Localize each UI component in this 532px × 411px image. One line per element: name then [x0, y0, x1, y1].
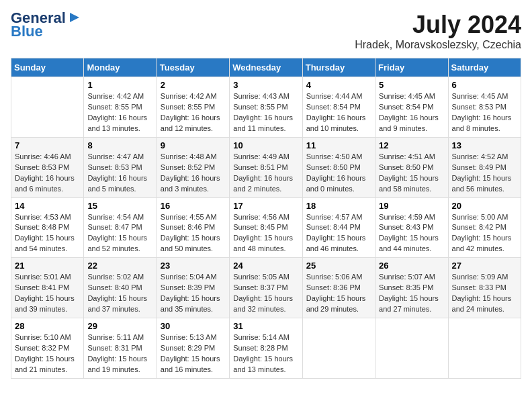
day-number: 18 [306, 201, 371, 211]
day-number: 15 [87, 201, 152, 211]
day-info: Sunrise: 5:09 AM Sunset: 8:33 PM Dayligh… [452, 272, 517, 315]
day-info: Sunrise: 4:51 AM Sunset: 8:50 PM Dayligh… [379, 152, 444, 195]
day-info: Sunrise: 5:14 AM Sunset: 8:28 PM Dayligh… [233, 332, 298, 375]
day-info: Sunrise: 5:06 AM Sunset: 8:36 PM Dayligh… [306, 272, 371, 315]
day-number: 19 [379, 201, 444, 211]
day-number: 3 [233, 80, 298, 90]
weekday-header-thursday: Thursday [302, 58, 375, 77]
calendar-cell: 14Sunrise: 4:53 AM Sunset: 8:48 PM Dayli… [11, 197, 84, 258]
day-number: 29 [87, 321, 152, 331]
day-info: Sunrise: 4:47 AM Sunset: 8:53 PM Dayligh… [87, 152, 152, 195]
day-info: Sunrise: 4:48 AM Sunset: 8:52 PM Dayligh… [161, 152, 226, 195]
day-info: Sunrise: 4:55 AM Sunset: 8:46 PM Dayligh… [161, 212, 226, 255]
day-info: Sunrise: 4:45 AM Sunset: 8:53 PM Dayligh… [452, 91, 517, 134]
day-number: 24 [233, 261, 298, 271]
calendar-cell: 22Sunrise: 5:02 AM Sunset: 8:40 PM Dayli… [84, 258, 157, 318]
weekday-header-tuesday: Tuesday [157, 58, 229, 77]
calendar-cell [11, 77, 84, 138]
calendar-cell: 29Sunrise: 5:11 AM Sunset: 8:31 PM Dayli… [84, 318, 157, 379]
day-number: 26 [379, 261, 444, 271]
day-number: 5 [379, 80, 444, 90]
day-info: Sunrise: 5:02 AM Sunset: 8:40 PM Dayligh… [87, 272, 152, 315]
day-info: Sunrise: 4:44 AM Sunset: 8:54 PM Dayligh… [306, 91, 371, 134]
day-number: 12 [379, 140, 444, 150]
calendar-week-row: 28Sunrise: 5:10 AM Sunset: 8:32 PM Dayli… [11, 318, 521, 379]
day-info: Sunrise: 4:42 AM Sunset: 8:55 PM Dayligh… [87, 91, 152, 134]
calendar-cell: 18Sunrise: 4:57 AM Sunset: 8:44 PM Dayli… [302, 197, 375, 258]
day-info: Sunrise: 4:54 AM Sunset: 8:47 PM Dayligh… [87, 212, 152, 255]
day-info: Sunrise: 4:43 AM Sunset: 8:55 PM Dayligh… [233, 91, 298, 134]
day-number: 8 [87, 140, 152, 150]
page-header: General Blue July 2024 Hradek, Moravskos… [11, 11, 521, 51]
calendar-cell: 24Sunrise: 5:05 AM Sunset: 8:37 PM Dayli… [230, 258, 302, 318]
calendar-cell [302, 318, 375, 379]
calendar-cell: 11Sunrise: 4:50 AM Sunset: 8:50 PM Dayli… [302, 137, 375, 197]
calendar-cell: 4Sunrise: 4:44 AM Sunset: 8:54 PM Daylig… [302, 77, 375, 138]
calendar-cell: 17Sunrise: 4:56 AM Sunset: 8:45 PM Dayli… [230, 197, 302, 258]
day-number: 7 [15, 140, 80, 150]
calendar-cell: 2Sunrise: 4:42 AM Sunset: 8:55 PM Daylig… [157, 77, 229, 138]
logo-blue: Blue [11, 24, 43, 39]
day-number: 17 [233, 201, 298, 211]
day-number: 22 [87, 261, 152, 271]
day-number: 1 [87, 80, 152, 90]
calendar-week-row: 1Sunrise: 4:42 AM Sunset: 8:55 PM Daylig… [11, 77, 521, 138]
calendar-body: 1Sunrise: 4:42 AM Sunset: 8:55 PM Daylig… [11, 77, 521, 379]
day-info: Sunrise: 4:50 AM Sunset: 8:50 PM Dayligh… [306, 152, 371, 195]
weekday-header-monday: Monday [84, 58, 157, 77]
calendar-cell: 31Sunrise: 5:14 AM Sunset: 8:28 PM Dayli… [230, 318, 302, 379]
day-info: Sunrise: 5:00 AM Sunset: 8:42 PM Dayligh… [452, 212, 517, 255]
weekday-header-wednesday: Wednesday [230, 58, 302, 77]
month-year-title: July 2024 [355, 11, 521, 39]
day-info: Sunrise: 4:42 AM Sunset: 8:55 PM Dayligh… [161, 91, 226, 134]
day-info: Sunrise: 5:10 AM Sunset: 8:32 PM Dayligh… [15, 332, 80, 375]
calendar-cell: 3Sunrise: 4:43 AM Sunset: 8:55 PM Daylig… [230, 77, 302, 138]
weekday-header-saturday: Saturday [448, 58, 521, 77]
calendar-cell: 13Sunrise: 4:52 AM Sunset: 8:49 PM Dayli… [448, 137, 521, 197]
day-number: 27 [452, 261, 517, 271]
calendar-cell: 9Sunrise: 4:48 AM Sunset: 8:52 PM Daylig… [157, 137, 229, 197]
calendar-cell: 6Sunrise: 4:45 AM Sunset: 8:53 PM Daylig… [448, 77, 521, 138]
calendar-week-row: 21Sunrise: 5:01 AM Sunset: 8:41 PM Dayli… [11, 258, 521, 318]
day-number: 21 [15, 261, 80, 271]
weekday-header-friday: Friday [375, 58, 448, 77]
day-info: Sunrise: 4:52 AM Sunset: 8:49 PM Dayligh… [452, 152, 517, 195]
calendar-week-row: 14Sunrise: 4:53 AM Sunset: 8:48 PM Dayli… [11, 197, 521, 258]
calendar-cell: 23Sunrise: 5:04 AM Sunset: 8:39 PM Dayli… [157, 258, 229, 318]
day-info: Sunrise: 4:45 AM Sunset: 8:54 PM Dayligh… [379, 91, 444, 134]
calendar-cell: 25Sunrise: 5:06 AM Sunset: 8:36 PM Dayli… [302, 258, 375, 318]
weekday-header-row: SundayMondayTuesdayWednesdayThursdayFrid… [11, 58, 521, 77]
day-number: 11 [306, 140, 371, 150]
calendar-cell: 8Sunrise: 4:47 AM Sunset: 8:53 PM Daylig… [84, 137, 157, 197]
weekday-header-sunday: Sunday [11, 58, 84, 77]
logo: General Blue [11, 11, 82, 39]
day-info: Sunrise: 5:11 AM Sunset: 8:31 PM Dayligh… [87, 332, 152, 375]
calendar-cell: 12Sunrise: 4:51 AM Sunset: 8:50 PM Dayli… [375, 137, 448, 197]
day-info: Sunrise: 4:49 AM Sunset: 8:51 PM Dayligh… [233, 152, 298, 195]
day-number: 16 [161, 201, 226, 211]
day-number: 13 [452, 140, 517, 150]
calendar-cell: 7Sunrise: 4:46 AM Sunset: 8:53 PM Daylig… [11, 137, 84, 197]
day-number: 23 [161, 261, 226, 271]
calendar-cell [375, 318, 448, 379]
calendar-cell: 1Sunrise: 4:42 AM Sunset: 8:55 PM Daylig… [84, 77, 157, 138]
day-info: Sunrise: 4:46 AM Sunset: 8:53 PM Dayligh… [15, 152, 80, 195]
day-number: 2 [161, 80, 226, 90]
day-number: 28 [15, 321, 80, 331]
calendar-table: SundayMondayTuesdayWednesdayThursdayFrid… [11, 58, 521, 379]
day-info: Sunrise: 5:04 AM Sunset: 8:39 PM Dayligh… [161, 272, 226, 315]
calendar-cell: 30Sunrise: 5:13 AM Sunset: 8:29 PM Dayli… [157, 318, 229, 379]
day-number: 20 [452, 201, 517, 211]
day-number: 25 [306, 261, 371, 271]
day-info: Sunrise: 4:59 AM Sunset: 8:43 PM Dayligh… [379, 212, 444, 255]
day-info: Sunrise: 5:07 AM Sunset: 8:35 PM Dayligh… [379, 272, 444, 315]
title-area: July 2024 Hradek, Moravskoslezsky, Czech… [355, 11, 521, 51]
calendar-header: SundayMondayTuesdayWednesdayThursdayFrid… [11, 58, 521, 77]
location-subtitle: Hradek, Moravskoslezsky, Czechia [355, 39, 521, 51]
day-number: 14 [15, 201, 80, 211]
calendar-cell: 27Sunrise: 5:09 AM Sunset: 8:33 PM Dayli… [448, 258, 521, 318]
day-number: 10 [233, 140, 298, 150]
day-info: Sunrise: 5:01 AM Sunset: 8:41 PM Dayligh… [15, 272, 80, 315]
calendar-cell [448, 318, 521, 379]
calendar-cell: 15Sunrise: 4:54 AM Sunset: 8:47 PM Dayli… [84, 197, 157, 258]
